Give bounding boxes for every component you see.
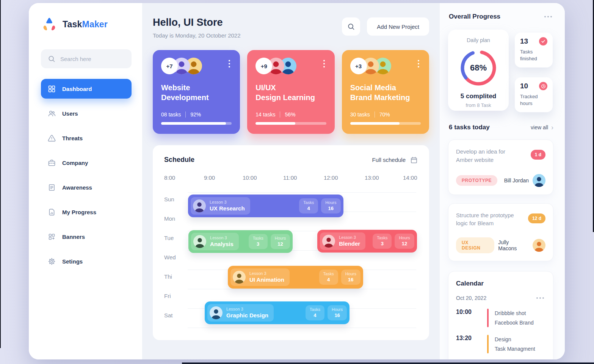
schedule-grid: Sun Mon Tue Wed Thi Fri Sat Lesson 3UX R… xyxy=(164,190,418,329)
tracked-hours-value: 10 xyxy=(520,82,528,90)
task-card-amber-website[interactable]: Develop an idea for Amber website 1 d PR… xyxy=(448,140,553,195)
sidebar-item-settings[interactable]: Setings xyxy=(41,251,132,271)
check-icon xyxy=(539,37,547,46)
daily-plan-completed: 5 complited xyxy=(452,93,505,100)
project-meta: 14 tasks56% xyxy=(255,111,326,118)
task-text: Develop an idea for Amber website xyxy=(456,147,520,164)
sidebar-item-label: Setings xyxy=(62,258,83,265)
schedule-event-analysis[interactable]: Lesson 3Analysis Tasks3 Hours12 xyxy=(188,230,293,253)
sidebar-item-users[interactable]: Users xyxy=(41,104,132,123)
task-person-name: Bill Jordan xyxy=(504,177,529,184)
avatar xyxy=(233,271,246,284)
page-title: Hello, UI Store xyxy=(153,17,241,28)
avatar xyxy=(210,306,223,319)
task-card-bleam-prototype[interactable]: Structure the prototype logic for Bleam … xyxy=(448,203,553,262)
day-label: Fri xyxy=(164,293,171,299)
search-icon xyxy=(347,23,355,30)
search-icon xyxy=(48,55,55,63)
schedule-event-ui-animation[interactable]: Lesson 3UI Animation Tasks4 Hours16 xyxy=(228,266,363,289)
taskmaker-logo-icon xyxy=(41,17,58,32)
sidebar-item-my-progress[interactable]: My Progress xyxy=(41,202,132,222)
schedule-event-graphic-design[interactable]: Lesson 3Graphic Design Tasks4 Hours16 xyxy=(205,301,350,324)
more-menu-icon[interactable] xyxy=(535,296,545,300)
progress-bar xyxy=(161,122,232,125)
schedule-title: Schedule xyxy=(164,156,194,164)
progress-bar xyxy=(350,122,421,125)
sidebar-item-label: Banners xyxy=(62,234,85,240)
avatar-group: +7 xyxy=(161,58,202,74)
calendar-event-time: 10:00 xyxy=(456,309,487,327)
calendar-event-time: 13:20 xyxy=(456,335,487,353)
project-title: WebsiteDevelopment xyxy=(161,83,232,102)
sidebar-item-label: Company xyxy=(62,160,88,166)
calendar-event[interactable]: 10:00 Dribbble shot Facebook Brand xyxy=(456,309,545,327)
more-menu-icon[interactable] xyxy=(543,14,553,19)
sidebar: TaskMaker Search here Dashboard Users Th… xyxy=(29,3,142,359)
card-menu-icon[interactable] xyxy=(227,58,232,70)
sidebar-item-threats[interactable]: Threats xyxy=(41,128,132,148)
sidebar-item-dashboard[interactable]: Dashboard xyxy=(41,79,132,99)
project-title: Social MediaBrand Marketing xyxy=(350,83,421,102)
avatar-count-badge: +9 xyxy=(255,58,272,74)
search-placeholder: Search here xyxy=(60,56,91,62)
sidebar-item-label: My Progress xyxy=(62,209,96,215)
calendar-event[interactable]: 13:20 Design Task Managment xyxy=(456,335,545,353)
sidebar-item-banners[interactable]: Banners xyxy=(41,227,132,246)
project-meta: 30 tasks70% xyxy=(350,111,421,118)
main-content: Hello, UI Store Today is Monday, 20 Octo… xyxy=(142,3,440,359)
full-schedule-label: Full schedule xyxy=(372,157,406,163)
calendar-event-text: Design Task Managment xyxy=(495,335,535,353)
document-icon xyxy=(48,184,56,191)
calendar-title: Calendar xyxy=(456,280,545,287)
project-tasks: 08 tasks xyxy=(161,111,181,118)
add-new-project-button[interactable]: Add New Project xyxy=(367,17,429,36)
sidebar-search-input[interactable]: Search here xyxy=(41,49,132,68)
users-icon xyxy=(48,110,56,118)
task-duration-badge: 12 d xyxy=(528,213,545,223)
card-menu-icon[interactable] xyxy=(416,58,421,70)
project-cards-row: +7 WebsiteDevelopment 08 tasks92% xyxy=(153,50,429,134)
sidebar-nav: Dashboard Users Threats Company Awarenes… xyxy=(41,79,132,271)
day-label: Thi xyxy=(164,273,172,280)
project-card-website-development[interactable]: +7 WebsiteDevelopment 08 tasks92% xyxy=(153,50,240,134)
search-button[interactable] xyxy=(342,17,360,36)
project-percent: 70% xyxy=(379,111,390,118)
avatar-group: +3 xyxy=(350,58,391,74)
file-chart-icon xyxy=(48,208,56,216)
card-menu-icon[interactable] xyxy=(322,58,326,70)
tasks-finished-value: 13 xyxy=(520,37,528,46)
chevron-right-icon: › xyxy=(551,124,553,131)
sidebar-item-label: Dashboard xyxy=(62,86,92,92)
day-label: Sat xyxy=(164,312,173,318)
project-card-uiux-design-learning[interactable]: +9 UI/UXDesign Learning 14 tasks56% xyxy=(247,50,334,134)
calendar-date: Oct 20, 2022 xyxy=(456,295,486,301)
tasks-today-title: 6 tasks today xyxy=(449,124,490,131)
calendar-event-text: Dribbble shot Facebook Brand xyxy=(495,309,534,327)
daily-plan-percent: 68% xyxy=(458,47,499,89)
full-schedule-button[interactable]: Full schedule xyxy=(372,156,418,164)
project-tasks: 30 tasks xyxy=(350,111,370,118)
avatar-group: +9 xyxy=(255,58,296,74)
day-label: Sun xyxy=(164,196,174,202)
task-tag: PROTOTYPE xyxy=(456,175,497,186)
sidebar-item-company[interactable]: Company xyxy=(41,153,132,173)
schedule-time-axis: 8:00 9:00 10:00 11:00 12:00 13:00 14:00 xyxy=(164,174,418,182)
date-subtitle: Today is Monday, 20 October 2022 xyxy=(153,32,241,39)
right-panel: Overall Progress Daily plan 68% 5 compli… xyxy=(440,3,565,359)
task-duration-badge: 1 d xyxy=(531,150,545,160)
project-title: UI/UXDesign Learning xyxy=(255,83,326,102)
day-label: Wed xyxy=(164,254,176,260)
project-tasks: 14 tasks xyxy=(255,111,275,118)
progress-area: Daily plan 68% 5 complited from 8 Task 1… xyxy=(448,30,553,112)
sidebar-item-label: Users xyxy=(62,110,78,117)
daily-plan-card: Daily plan 68% 5 complited from 8 Task xyxy=(448,30,509,111)
sidebar-item-awareness[interactable]: Awareness xyxy=(41,177,132,197)
schedule-event-blender[interactable]: Lesson 3Blender Tasks3 Hours12 xyxy=(317,230,417,253)
project-card-social-media-brand-marketing[interactable]: +3 Social MediaBrand Marketing 30 tasks7… xyxy=(342,50,429,134)
project-meta: 08 tasks92% xyxy=(161,111,232,118)
screen-edge-artifact-left xyxy=(0,0,1,348)
sidebar-item-label: Threats xyxy=(62,135,83,141)
schedule-event-ux-research[interactable]: Lesson 3UX Research Tasks4 Hours16 xyxy=(188,195,343,217)
view-all-link[interactable]: view all› xyxy=(531,124,553,131)
day-label: Tue xyxy=(164,235,174,241)
